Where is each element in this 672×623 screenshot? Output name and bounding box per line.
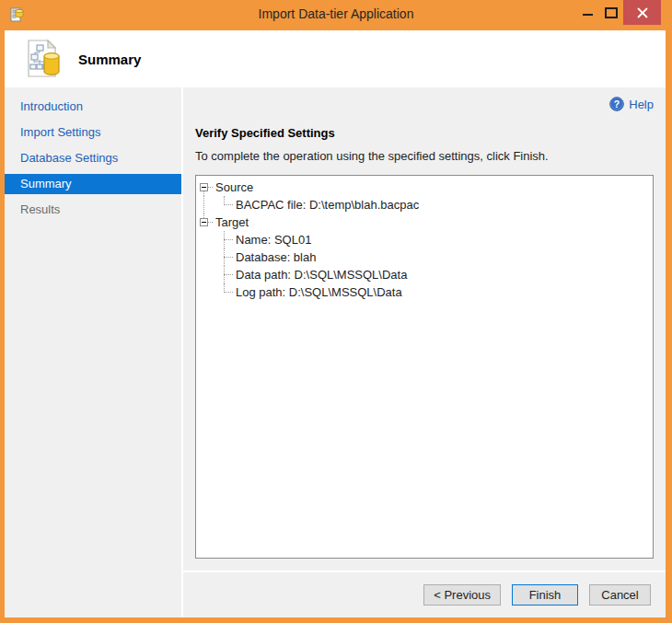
summary-content-pane: ? Help Verify Specified Settings To comp… bbox=[183, 87, 666, 571]
maximize-button[interactable] bbox=[599, 0, 623, 25]
summary-tree[interactable]: SourceBACPAC file: D:\temp\blah.bacpacTa… bbox=[195, 175, 654, 559]
tree-item-bacpac-file[interactable]: BACPAC file: D:\temp\blah.bacpac bbox=[196, 196, 653, 213]
tree-connector bbox=[224, 204, 233, 205]
title-bar[interactable]: Import Data-tier Application bbox=[0, 0, 672, 30]
sidebar-item-database-settings[interactable]: Database Settings bbox=[5, 148, 181, 168]
summary-page-icon bbox=[21, 38, 64, 80]
tree-connector bbox=[224, 292, 233, 293]
import-data-tier-application-dialog: Import Data-tier Application bbox=[0, 0, 672, 623]
tree-connector bbox=[203, 196, 204, 213]
help-link[interactable]: Help bbox=[629, 98, 654, 111]
wizard-header: Summary bbox=[5, 30, 666, 87]
close-icon bbox=[637, 7, 648, 18]
dialog-frame: Summary IntroductionImport SettingsDatab… bbox=[5, 30, 666, 617]
tree-item-name[interactable]: Name: SQL01 bbox=[196, 231, 653, 248]
finish-button[interactable]: Finish bbox=[512, 584, 578, 606]
previous-button[interactable]: < Previous bbox=[423, 584, 501, 606]
tree-connector bbox=[208, 187, 213, 188]
page-title: Summary bbox=[78, 52, 141, 67]
instruction-text: To complete the operation using the spec… bbox=[195, 149, 654, 163]
tree-item-data-path[interactable]: Data path: D:\SQL\MSSQL\Data bbox=[196, 266, 653, 283]
collapse-minus-icon[interactable] bbox=[200, 218, 208, 226]
verify-settings-heading: Verify Specified Settings bbox=[195, 126, 654, 140]
tree-item-label: Name: SQL01 bbox=[196, 233, 311, 247]
help-row: ? Help bbox=[195, 96, 654, 112]
minimize-button[interactable] bbox=[575, 0, 599, 25]
tree-item-source[interactable]: Source bbox=[196, 179, 653, 196]
cancel-button[interactable]: Cancel bbox=[589, 584, 651, 606]
window-title: Import Data-tier Application bbox=[0, 0, 672, 30]
content-column: ? Help Verify Specified Settings To comp… bbox=[183, 87, 666, 617]
sidebar-item-import-settings[interactable]: Import Settings bbox=[5, 122, 181, 143]
sidebar-item-results: Results bbox=[5, 200, 181, 220]
tree-connector bbox=[208, 222, 213, 223]
svg-text:?: ? bbox=[614, 98, 620, 110]
app-icon bbox=[9, 7, 26, 24]
tree-connector bbox=[224, 274, 233, 275]
help-icon: ? bbox=[609, 97, 624, 111]
tree-item-target[interactable]: Target bbox=[196, 213, 653, 231]
tree-item-database[interactable]: Database: blah bbox=[196, 248, 653, 266]
minimize-icon bbox=[583, 14, 593, 16]
tree-item-log-path[interactable]: Log path: D:\SQL\MSSQL\Data bbox=[196, 283, 653, 301]
maximize-icon bbox=[605, 7, 618, 18]
tree-connector bbox=[224, 257, 233, 258]
tree-item-label: Database: blah bbox=[196, 250, 316, 264]
collapse-minus-icon[interactable] bbox=[200, 183, 208, 191]
close-button[interactable] bbox=[623, 0, 661, 25]
tree-connector bbox=[224, 239, 233, 240]
footer-button-bar: < Previous Finish Cancel bbox=[183, 571, 666, 617]
sidebar-item-summary[interactable]: Summary bbox=[5, 174, 181, 194]
wizard-steps-sidebar: IntroductionImport SettingsDatabase Sett… bbox=[5, 87, 183, 617]
sidebar-item-introduction[interactable]: Introduction bbox=[5, 97, 181, 117]
